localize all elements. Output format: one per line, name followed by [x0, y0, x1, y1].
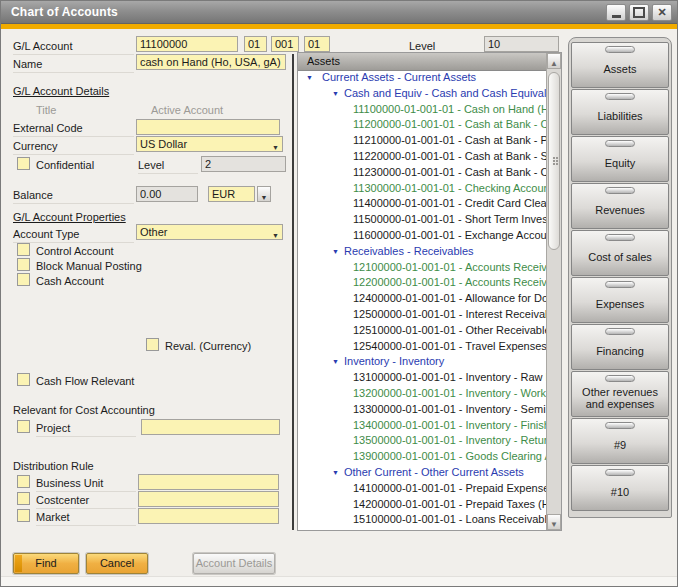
tree-level-input [484, 36, 559, 52]
tree-item[interactable]: 12200000-01-001-01 - Accounts Receivable… [298, 275, 546, 291]
tree-item[interactable]: ▼Receivables - Receivables [298, 244, 546, 260]
tree-item[interactable]: 12510000-01-001-01 - Other Receivables (… [298, 323, 546, 339]
tree-item[interactable]: 11100000-01-001-01 - Cash on Hand (HO, U [298, 102, 546, 118]
tree-item[interactable]: 13100000-01-001-01 - Inventory - Raw Mat… [298, 370, 546, 386]
account-details-button[interactable]: Account Details [193, 553, 275, 574]
tree-scrollbar[interactable]: ▲ ▼ [546, 53, 561, 530]
external-code-input[interactable] [136, 119, 280, 135]
market-input[interactable] [138, 508, 279, 524]
gl-segment-3-input[interactable] [304, 36, 330, 52]
tree-items: ▼Current Assets - Current Assets▼Cash an… [298, 70, 546, 530]
tree-item[interactable]: 15100000-01-001-01 - Loans Receivable - … [298, 512, 546, 528]
drawer-assets[interactable]: Assets [571, 42, 669, 88]
tree-item[interactable]: 11200000-01-001-01 - Cash at Bank - Chec… [298, 117, 546, 133]
drawer-handle-icon [605, 234, 635, 241]
external-code-label: External Code [13, 122, 134, 137]
tree-item-label: Other Current - Other Current Assets [344, 466, 524, 478]
drawer-financing[interactable]: Financing [571, 324, 669, 370]
tree-item[interactable]: 13400000-01-001-01 - Inventory - Finishe… [298, 418, 546, 434]
tree-item[interactable]: 12500000-01-001-01 - Interest Receivable… [298, 307, 546, 323]
tree-item[interactable]: 13900000-01-001-01 - Goods Clearing Acco… [298, 449, 546, 465]
drawer-revenues[interactable]: Revenues [571, 183, 669, 229]
tree-item[interactable]: 11230000-01-001-01 - Cash at Bank - Cred… [298, 165, 546, 181]
accounts-tree-panel: Assets ▼Current Assets - Current Assets▼… [297, 52, 562, 531]
tree-item[interactable]: 11210000-01-001-01 - Cash at Bank - Payr… [298, 133, 546, 149]
collapse-arrow-icon[interactable]: ▼ [332, 354, 339, 370]
costcenter-checkbox[interactable] [17, 492, 30, 505]
currency-dropdown[interactable]: US Dollar ▼ [136, 136, 283, 152]
chevron-down-icon: ▼ [272, 229, 279, 243]
business-unit-label: Business Unit [36, 477, 136, 492]
level-label: Level [138, 159, 198, 174]
tree-item[interactable]: 13300000-01-001-01 - Inventory - Semi Fi… [298, 402, 546, 418]
tree-item-label: 11300000-01-001-01 - Checking Account Cl… [353, 182, 546, 194]
balance-input [136, 186, 198, 202]
tree-item[interactable]: 11500000-01-001-01 - Short Term Investme… [298, 212, 546, 228]
name-input[interactable] [136, 54, 286, 70]
business-unit-checkbox[interactable] [17, 475, 30, 488]
tree-item[interactable]: 11400000-01-001-01 - Credit Card Clearin… [298, 196, 546, 212]
drawer-cost-of-sales[interactable]: Cost of sales [571, 230, 669, 276]
currency-label: Currency [13, 140, 134, 155]
tree-item[interactable]: 11300000-01-001-01 - Checking Account Cl… [298, 181, 546, 197]
minimize-button[interactable] [606, 4, 626, 21]
scroll-down-button[interactable]: ▼ [547, 514, 561, 530]
collapse-arrow-icon[interactable]: ▼ [332, 86, 339, 102]
block-manual-posting-checkbox[interactable] [17, 258, 30, 271]
confidential-checkbox[interactable] [17, 157, 30, 170]
balance-currency-dropdown-button[interactable]: ▼ [257, 186, 271, 202]
cancel-button[interactable]: Cancel [86, 553, 148, 574]
gl-segment-2-input[interactable] [271, 36, 299, 52]
collapse-arrow-icon[interactable]: ▼ [332, 465, 339, 481]
market-checkbox[interactable] [17, 509, 30, 522]
scroll-up-button[interactable]: ▲ [547, 53, 561, 69]
tree-item[interactable]: ▼Current Assets - Current Assets [298, 70, 546, 86]
drawer-other-revenues-and-expenses[interactable]: Other revenues and expenses [571, 371, 669, 417]
project-checkbox[interactable] [17, 420, 30, 433]
control-account-checkbox[interactable] [17, 243, 30, 256]
tree-item[interactable]: ▼Inventory - Inventory [298, 354, 546, 370]
tree-item[interactable]: 12540000-01-001-01 - Travel Expenses - A… [298, 339, 546, 355]
tree-item[interactable]: 14200000-01-001-01 - Prepaid Taxes (HO, … [298, 497, 546, 513]
reval-currency-checkbox[interactable] [146, 338, 159, 351]
tree-item[interactable]: 11600000-01-001-01 - Exchange Account (H [298, 228, 546, 244]
drawer-label: Equity [605, 157, 636, 169]
cash-flow-relevant-checkbox[interactable] [17, 373, 30, 386]
collapse-arrow-icon[interactable]: ▼ [332, 244, 339, 260]
find-button[interactable]: Find [13, 553, 79, 574]
active-account-label: Active Account [151, 104, 223, 118]
collapse-arrow-icon[interactable]: ▼ [306, 70, 313, 86]
drawer-equity[interactable]: Equity [571, 136, 669, 182]
tree-item[interactable]: ▼Cash and Equiv - Cash and Cash Equivale… [298, 86, 546, 102]
business-unit-input[interactable] [138, 474, 279, 490]
scrollbar-grip-icon [553, 157, 555, 159]
tree-item[interactable]: 13500000-01-001-01 - Inventory - Returns… [298, 433, 546, 449]
drawer--9[interactable]: #9 [571, 418, 669, 464]
tree-item[interactable]: 14100000-01-001-01 - Prepaid Expenses (H… [298, 481, 546, 497]
window-bottom-strip [1, 576, 677, 586]
costcenter-input[interactable] [138, 491, 279, 507]
tree-item-label: 11500000-01-001-01 - Short Term Investme… [353, 213, 546, 225]
tree-item-label: 11100000-01-001-01 - Cash on Hand (HO, U [353, 103, 546, 115]
drawer--10[interactable]: #10 [571, 465, 669, 511]
drawer-expenses[interactable]: Expenses [571, 277, 669, 323]
scrollbar-thumb[interactable] [548, 72, 560, 250]
balance-currency-input[interactable] [208, 186, 255, 202]
minimize-icon [612, 15, 621, 18]
account-type-dropdown[interactable]: Other ▼ [136, 224, 283, 240]
gl-segment-1-input[interactable] [244, 36, 267, 52]
tree-item[interactable]: 13200000-01-001-01 - Inventory - Work In… [298, 386, 546, 402]
maximize-button[interactable] [629, 4, 649, 21]
cash-account-checkbox[interactable] [17, 273, 30, 286]
drawer-label: Expenses [596, 298, 644, 310]
project-input[interactable] [141, 419, 280, 435]
tree-item[interactable]: 12400000-01-001-01 - Allowance for Doubt… [298, 291, 546, 307]
scroll-down-icon: ▼ [550, 520, 558, 529]
tree-item[interactable]: 12100000-01-001-01 - Accounts Receivable… [298, 260, 546, 276]
project-label: Project [36, 422, 136, 437]
close-button[interactable]: ✕ [652, 4, 672, 21]
tree-item[interactable]: ▼Other Current - Other Current Assets [298, 465, 546, 481]
gl-account-input[interactable] [136, 36, 238, 52]
tree-item[interactable]: 11220000-01-001-01 - Cash at Bank - Savi… [298, 149, 546, 165]
drawer-liabilities[interactable]: Liabilities [571, 89, 669, 135]
